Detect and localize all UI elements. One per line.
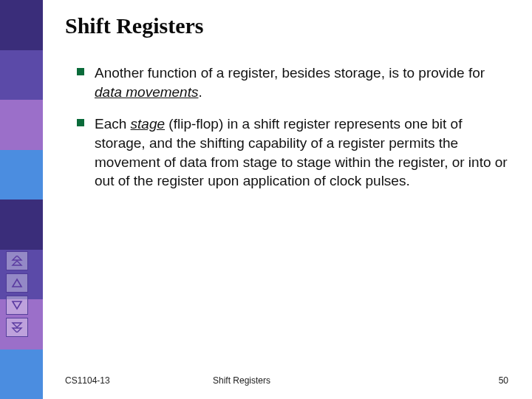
next-slide-button[interactable] [6, 296, 28, 315]
stripe [0, 100, 43, 150]
bullet-text-pre: Another function of a register, besides … [95, 65, 485, 81]
last-slide-button[interactable] [6, 318, 28, 337]
stripe [0, 200, 43, 250]
svg-marker-1 [13, 261, 21, 265]
slide-content: Shift Registers Another function of a re… [65, 13, 508, 204]
triangle-up-icon [11, 278, 23, 288]
bullet-text-em: stage [131, 116, 165, 132]
first-slide-button[interactable] [6, 251, 28, 270]
bullet-text-em: data movements [95, 84, 198, 100]
double-down-icon [11, 322, 23, 332]
slide-footer: CS1104-13 Shift Registers 50 [65, 375, 508, 386]
svg-marker-5 [13, 328, 21, 332]
footer-page-number: 50 [479, 375, 508, 386]
decorative-sidebar [0, 0, 43, 399]
svg-marker-4 [13, 323, 21, 327]
stripe [0, 0, 43, 50]
stripe [0, 50, 43, 100]
svg-marker-2 [13, 279, 21, 287]
triangle-down-icon [11, 300, 23, 310]
bullet-text-pre: Each [95, 116, 131, 132]
nav-icon-group [6, 251, 28, 337]
svg-marker-0 [13, 256, 21, 260]
svg-marker-3 [13, 301, 21, 309]
stripe [0, 150, 43, 200]
bullet-item: Another function of a register, besides … [77, 64, 508, 101]
previous-slide-button[interactable] [6, 273, 28, 293]
footer-topic: Shift Registers [191, 375, 479, 386]
footer-course-code: CS1104-13 [65, 375, 191, 386]
double-up-icon [11, 256, 23, 266]
bullet-item: Each stage (flip-flop) in a shift regist… [77, 115, 508, 191]
stripe [0, 349, 43, 400]
bullet-text-post: . [198, 84, 202, 100]
bullet-list: Another function of a register, besides … [65, 64, 508, 191]
slide-title: Shift Registers [65, 13, 508, 38]
